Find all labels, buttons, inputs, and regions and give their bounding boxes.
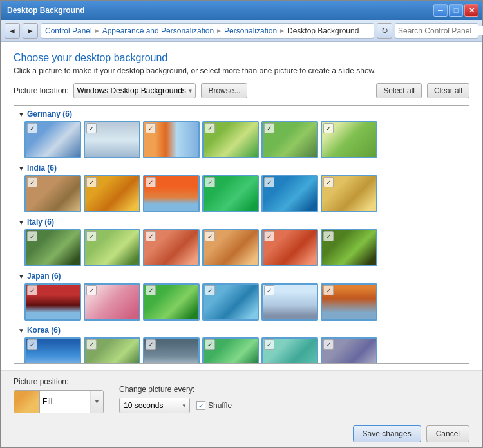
close-button[interactable]: ✕ xyxy=(464,4,478,17)
picture-location-row: Picture location: Windows Desktop Backgr… xyxy=(14,83,469,98)
category-name-4: Korea (6) xyxy=(27,326,61,335)
image-thumb-4-5[interactable] xyxy=(321,337,377,364)
image-thumb-1-2[interactable] xyxy=(143,175,200,212)
clear-all-button[interactable]: Clear all xyxy=(427,83,469,98)
change-every-select-wrapper: 10 seconds 30 seconds 1 minute 10 minute… xyxy=(119,398,190,413)
category-name-2: Italy (6) xyxy=(27,218,54,227)
category-collapse-2[interactable]: ▼ xyxy=(18,219,24,226)
shuffle-label: Shuffle xyxy=(208,401,232,410)
category-collapse-1[interactable]: ▼ xyxy=(18,165,24,172)
image-thumb-1-1[interactable] xyxy=(84,175,140,212)
position-select-wrapper: Fill Fit Stretch Tile Center ▼ xyxy=(14,390,104,413)
title-bar-text: Desktop Background xyxy=(7,6,85,15)
browse-button[interactable]: Browse... xyxy=(201,83,247,98)
category-name-0: Germany (6) xyxy=(27,109,72,118)
category-collapse-0[interactable]: ▼ xyxy=(18,111,24,118)
page-title: Choose your desktop background xyxy=(14,52,469,64)
refresh-button[interactable]: ↻ xyxy=(377,23,392,39)
change-every-label: Change picture every: xyxy=(119,385,232,394)
image-thumb-2-5[interactable] xyxy=(321,229,377,266)
image-thumb-0-0[interactable] xyxy=(24,121,81,158)
category-header-4: ▼Korea (6) xyxy=(17,326,466,335)
image-thumb-3-4[interactable] xyxy=(261,283,318,321)
category-name-1: India (6) xyxy=(27,163,57,173)
page-subtitle: Click a picture to make it your desktop … xyxy=(14,66,469,75)
image-thumb-3-3[interactable] xyxy=(202,283,259,321)
breadcrumb-sep-1: ► xyxy=(94,27,100,34)
image-thumb-3-5[interactable] xyxy=(321,283,377,321)
image-thumb-0-5[interactable] xyxy=(321,121,377,158)
breadcrumb-item-2[interactable]: Appearance and Personalization xyxy=(102,26,214,35)
breadcrumb-sep-2: ► xyxy=(216,27,222,34)
picture-position: Picture position: Fill Fit Stretch Tile … xyxy=(14,377,104,413)
image-thumb-0-4[interactable] xyxy=(261,121,318,158)
image-thumb-4-1[interactable] xyxy=(84,337,140,364)
change-every-controls: 10 seconds 30 seconds 1 minute 10 minute… xyxy=(119,398,232,413)
breadcrumb: Control Panel ► Appearance and Personali… xyxy=(41,23,374,39)
image-thumb-1-3[interactable] xyxy=(202,175,259,212)
save-changes-button[interactable]: Save changes xyxy=(353,425,421,442)
back-button[interactable]: ◄ xyxy=(5,23,20,39)
shuffle-checkbox[interactable]: ✓ xyxy=(196,401,205,410)
breadcrumb-item-4: Desktop Background xyxy=(287,26,359,35)
image-row-4 xyxy=(17,337,466,364)
image-thumb-1-5[interactable] xyxy=(321,175,377,212)
image-thumb-4-0[interactable] xyxy=(24,337,81,364)
picture-position-label: Picture position: xyxy=(14,377,104,386)
content-area: Choose your desktop background Click a p… xyxy=(1,42,482,370)
image-thumb-3-1[interactable] xyxy=(84,283,140,321)
title-bar-buttons: ─ □ ✕ xyxy=(433,4,478,17)
position-select[interactable]: Fill Fit Stretch Tile Center xyxy=(40,391,90,413)
maximize-button[interactable]: □ xyxy=(449,4,463,17)
image-thumb-1-4[interactable] xyxy=(261,175,318,212)
cancel-button[interactable]: Cancel xyxy=(426,425,469,442)
image-thumb-2-3[interactable] xyxy=(202,229,259,266)
position-thumbnail xyxy=(14,391,40,413)
category-header-3: ▼Japan (6) xyxy=(17,272,466,281)
category-header-0: ▼Germany (6) xyxy=(17,109,466,118)
picture-location-select-wrapper: Windows Desktop Backgrounds xyxy=(73,83,196,98)
image-thumb-1-0[interactable] xyxy=(24,175,81,212)
category-header-1: ▼India (6) xyxy=(17,163,466,173)
image-thumb-3-2[interactable] xyxy=(143,283,200,321)
category-section-1: ▼India (6) xyxy=(17,163,466,212)
address-bar: ◄ ► Control Panel ► Appearance and Perso… xyxy=(1,20,482,42)
change-every-select[interactable]: 10 seconds 30 seconds 1 minute 10 minute… xyxy=(119,398,190,413)
breadcrumb-item-3[interactable]: Personalization xyxy=(224,26,277,35)
change-every: Change picture every: 10 seconds 30 seco… xyxy=(119,385,232,413)
image-thumb-3-0[interactable] xyxy=(24,283,81,321)
breadcrumb-item-1[interactable]: Control Panel xyxy=(45,26,92,35)
image-thumb-4-4[interactable] xyxy=(261,337,318,364)
category-section-0: ▼Germany (6) xyxy=(17,109,466,158)
image-thumb-2-4[interactable] xyxy=(261,229,318,266)
position-dropdown-arrow-icon: ▼ xyxy=(90,391,103,413)
breadcrumb-sep-3: ► xyxy=(279,27,285,34)
search-box: 🔍 xyxy=(395,23,478,39)
search-input[interactable] xyxy=(398,26,483,35)
image-thumb-2-2[interactable] xyxy=(143,229,200,266)
forward-button[interactable]: ► xyxy=(23,23,38,39)
image-row-1 xyxy=(17,175,466,212)
image-thumb-4-2[interactable] xyxy=(143,337,200,364)
bottom-controls: Picture position: Fill Fit Stretch Tile … xyxy=(1,370,482,420)
category-section-2: ▼Italy (6) xyxy=(17,218,466,266)
image-row-0 xyxy=(17,121,466,158)
category-collapse-4[interactable]: ▼ xyxy=(18,327,24,334)
picture-location-label: Picture location: xyxy=(14,86,68,95)
action-row: Save changes Cancel xyxy=(1,420,482,447)
image-thumb-0-3[interactable] xyxy=(202,121,259,158)
image-thumb-4-3[interactable] xyxy=(202,337,259,364)
minimize-button[interactable]: ─ xyxy=(433,4,448,17)
category-section-4: ▼Korea (6) xyxy=(17,326,466,364)
image-thumb-0-1[interactable] xyxy=(84,121,140,158)
image-row-3 xyxy=(17,283,466,321)
image-grid[interactable]: ▼Germany (6)▼India (6)▼Italy (6)▼Japan (… xyxy=(14,105,469,364)
image-thumb-0-2[interactable] xyxy=(143,121,200,158)
image-row-2 xyxy=(17,229,466,266)
picture-location-select[interactable]: Windows Desktop Backgrounds xyxy=(73,83,196,98)
category-collapse-3[interactable]: ▼ xyxy=(18,273,24,280)
image-thumb-2-1[interactable] xyxy=(84,229,140,266)
title-bar: Desktop Background ─ □ ✕ xyxy=(1,1,482,20)
select-all-button[interactable]: Select all xyxy=(376,83,422,98)
image-thumb-2-0[interactable] xyxy=(24,229,81,266)
